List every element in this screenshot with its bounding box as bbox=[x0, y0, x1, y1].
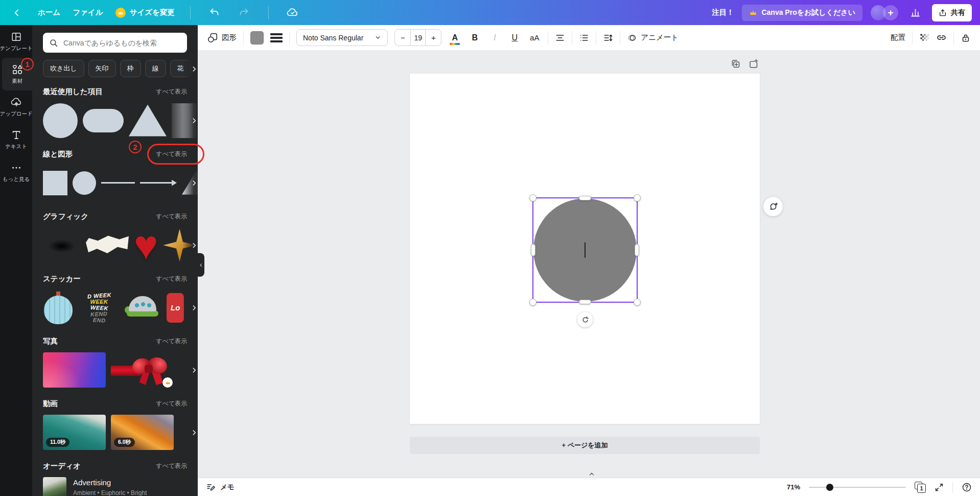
lock-button[interactable] bbox=[961, 33, 971, 43]
sidebar-item-text[interactable]: テキスト bbox=[0, 123, 32, 156]
see-all-link-videos[interactable]: すべて表示 bbox=[156, 399, 187, 408]
chevron-right-icon[interactable] bbox=[191, 429, 198, 436]
panel-collapse-tab[interactable] bbox=[198, 253, 204, 277]
collapse-bottom-panel-tab[interactable] bbox=[582, 470, 601, 478]
undo-icon[interactable] bbox=[206, 4, 223, 21]
text-case-button[interactable]: aA bbox=[528, 33, 541, 42]
duplicate-page-button[interactable] bbox=[730, 58, 741, 69]
heart-graphic-thumb[interactable]: ♥ bbox=[134, 229, 158, 262]
chip-arrow[interactable]: 矢印 bbox=[88, 60, 116, 77]
font-size-increase[interactable]: + bbox=[426, 30, 441, 46]
file-menu[interactable]: ファイル bbox=[73, 8, 103, 17]
chip-line[interactable]: 線 bbox=[145, 60, 166, 77]
beach-video-thumb[interactable]: 11.0秒 bbox=[43, 415, 106, 450]
search-input[interactable] bbox=[63, 39, 181, 47]
sidebar-item-uploads[interactable]: アップロード bbox=[0, 91, 32, 123]
add-member-button[interactable]: + bbox=[883, 5, 898, 20]
see-all-link-stickers[interactable]: すべて表示 bbox=[156, 275, 187, 283]
text-align-button[interactable] bbox=[555, 33, 565, 43]
section-graphics-header: グラフィック すべて表示 bbox=[43, 212, 187, 221]
selection-box[interactable] bbox=[532, 197, 638, 303]
chevron-right-icon[interactable] bbox=[191, 117, 198, 124]
weekend-sticker-thumb[interactable]: D WEEK WEEK WEEK KEND END bbox=[79, 290, 120, 325]
search-box[interactable] bbox=[43, 33, 187, 53]
chevron-right-icon[interactable] bbox=[191, 65, 198, 73]
resize-handle-left[interactable] bbox=[531, 244, 535, 256]
text-color-button[interactable]: A bbox=[448, 33, 461, 42]
resize-handle-right[interactable] bbox=[635, 244, 639, 256]
resize-menu[interactable]: サイズを変更 bbox=[115, 8, 175, 18]
shape-triangle-thumb[interactable] bbox=[129, 105, 167, 137]
notes-button[interactable]: メモ bbox=[206, 482, 235, 492]
see-all-link-graphics[interactable]: すべて表示 bbox=[156, 212, 187, 221]
page-count-button[interactable]: 1 bbox=[915, 482, 926, 493]
torn-paper-graphic-thumb[interactable] bbox=[86, 234, 129, 257]
turtle-sticker-thumb[interactable] bbox=[125, 294, 161, 322]
see-all-link[interactable]: すべて表示 bbox=[156, 87, 187, 96]
font-size-value[interactable]: 19 bbox=[410, 30, 426, 46]
chevron-right-icon[interactable] bbox=[191, 242, 198, 249]
arrange-button[interactable]: 配置 bbox=[891, 33, 905, 42]
see-all-link-audio[interactable]: すべて表示 bbox=[156, 462, 187, 470]
chip-frame[interactable]: 枠 bbox=[120, 60, 141, 77]
font-size-decrease[interactable]: − bbox=[395, 30, 410, 46]
audio-track-item[interactable]: Advertising Ambient • Euphoric • Bright bbox=[43, 477, 187, 496]
shape-line-thumb[interactable] bbox=[101, 182, 135, 184]
font-family-select[interactable]: Noto Sans Regular bbox=[296, 29, 388, 46]
sidebar-rail: テンプレート 素材 アップロード テキスト もっと見る bbox=[0, 25, 32, 496]
resize-handle-bottom-left[interactable] bbox=[529, 299, 536, 306]
shape-square-thumb[interactable] bbox=[43, 171, 67, 195]
underline-button[interactable]: U bbox=[508, 33, 521, 42]
featured-label: 注目！ bbox=[712, 8, 734, 17]
resize-handle-bottom-right[interactable] bbox=[634, 299, 641, 306]
redo-icon[interactable] bbox=[236, 4, 253, 21]
add-comment-button[interactable] bbox=[763, 197, 783, 216]
cloud-saved-icon[interactable] bbox=[284, 4, 301, 21]
chevron-right-icon[interactable] bbox=[191, 179, 198, 187]
try-pro-button[interactable]: Canva Proをお試しください bbox=[742, 5, 862, 21]
line-spacing-button[interactable] bbox=[603, 33, 613, 43]
fill-color-swatch[interactable] bbox=[250, 31, 264, 44]
italic-button[interactable]: I bbox=[488, 33, 501, 42]
resize-handle-top-right[interactable] bbox=[634, 194, 641, 201]
chevron-right-icon[interactable] bbox=[191, 304, 198, 311]
add-page-icon-button[interactable] bbox=[748, 58, 759, 69]
bullet-list-button[interactable] bbox=[579, 33, 589, 43]
home-menu[interactable]: ホーム bbox=[38, 8, 60, 17]
shape-button[interactable]: 図形 bbox=[207, 32, 237, 43]
shape-circle-thumb[interactable] bbox=[43, 103, 78, 138]
animate-button[interactable]: アニメート bbox=[627, 33, 679, 43]
chip-speech-bubble[interactable]: 吹き出し bbox=[43, 60, 84, 77]
share-button[interactable]: 共有 bbox=[932, 4, 972, 21]
shadow-graphic-thumb[interactable] bbox=[43, 228, 81, 263]
gradient-photo-thumb[interactable] bbox=[43, 352, 106, 388]
chevron-right-icon[interactable] bbox=[191, 367, 198, 374]
ribbon-bow-photo-thumb[interactable] bbox=[111, 352, 174, 388]
sidebar-item-templates[interactable]: テンプレート bbox=[0, 25, 32, 58]
border-style-icon[interactable] bbox=[270, 33, 283, 42]
shape-arrow-thumb[interactable] bbox=[140, 180, 177, 186]
ornament-sticker-thumb[interactable] bbox=[43, 290, 74, 325]
divider bbox=[268, 6, 269, 19]
help-button[interactable] bbox=[962, 482, 972, 492]
insights-chart-icon[interactable] bbox=[906, 4, 924, 21]
link-button[interactable] bbox=[936, 32, 947, 43]
bold-button[interactable]: B bbox=[468, 33, 481, 42]
resize-handle-top-left[interactable] bbox=[529, 194, 536, 201]
zoom-slider-knob[interactable] bbox=[826, 484, 833, 491]
chevron-down-icon bbox=[375, 34, 381, 41]
fullscreen-button[interactable] bbox=[935, 483, 944, 492]
sidebar-item-more[interactable]: もっと見る bbox=[0, 156, 32, 189]
zoom-slider[interactable] bbox=[809, 484, 906, 491]
resize-handle-bottom[interactable] bbox=[579, 300, 591, 304]
see-all-link-photos[interactable]: すべて表示 bbox=[156, 337, 187, 346]
add-page-button[interactable]: + ページを追加 bbox=[410, 437, 760, 454]
shape-rounded-rect-thumb[interactable] bbox=[83, 109, 124, 132]
fire-video-thumb[interactable]: 6.0秒 bbox=[111, 415, 174, 450]
shape-circle-thumb[interactable] bbox=[73, 171, 96, 195]
back-icon[interactable] bbox=[8, 4, 26, 21]
rotate-handle[interactable] bbox=[577, 312, 593, 327]
transparency-button[interactable] bbox=[919, 33, 929, 43]
resize-handle-top[interactable] bbox=[579, 196, 591, 200]
red-script-sticker-thumb[interactable]: Lo bbox=[167, 293, 184, 323]
